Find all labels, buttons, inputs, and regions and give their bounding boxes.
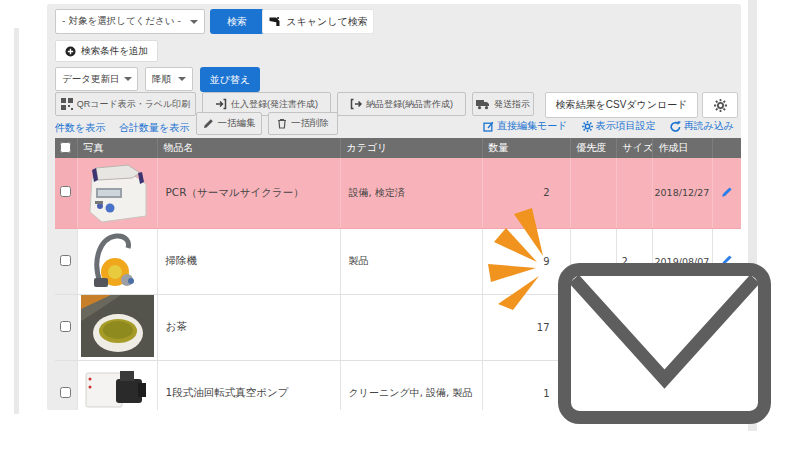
col-header-qty[interactable]: 数量 [482,138,570,158]
scan-search-label: スキャンして検索 [286,15,367,29]
reload-link[interactable]: 再読み込み [670,119,734,133]
item-name: PCR（サーマルサイクラー） [157,158,340,228]
envelope-icon [557,262,772,425]
row-checkbox[interactable] [60,321,71,332]
row-checkbox[interactable] [60,387,71,398]
col-header-name[interactable]: 物品名 [157,138,340,158]
barcode-scanner-icon [268,15,281,28]
item-category: クリーニング中, 設備, 製品 [340,360,482,410]
search-button-label: 検索 [227,15,247,29]
purchase-register-label: 仕入登録(発注書作成) [231,98,318,111]
bulk-edit-button[interactable]: 一括編集 [196,112,262,135]
sort-order-select[interactable]: 降順 [145,67,193,91]
item-size [616,158,652,228]
item-photo [77,360,157,410]
table-view-links: 直接編集モード 表示項目設定 再読み込み [483,119,734,133]
display-settings-label: 表示項目設定 [596,119,656,133]
item-name: お茶 [157,294,340,360]
tea-bowl-photo [81,295,154,357]
trash-icon [277,118,287,129]
bulk-delete-button[interactable]: 一括削除 [268,112,338,135]
col-header-photo[interactable]: 写真 [77,138,157,158]
add-search-condition-button[interactable]: 検索条件を追加 [55,40,158,62]
vacuum-pump-photo [82,365,152,411]
plus-circle-icon [65,46,76,57]
search-button[interactable]: 検索 [210,9,264,34]
col-header-size[interactable]: サイズ [616,138,652,158]
settings-gear-button[interactable] [702,92,738,118]
display-settings-link[interactable]: 表示項目設定 [582,119,656,133]
item-category: 製品 [340,228,482,294]
chevron-down-icon [190,20,198,24]
bulk-edit-label: 一括編集 [218,117,256,130]
left-edge-strip [14,28,19,414]
arrow-into-bracket-icon [215,98,227,110]
truck-icon [476,99,490,110]
csv-download-label: 検索結果をCSVダウンロード [556,98,688,112]
add-search-condition-label: 検索条件を追加 [81,45,148,58]
item-photo [77,294,157,360]
chevron-down-icon [178,77,186,81]
select-all-checkbox[interactable] [60,142,71,153]
qr-code-icon [61,98,73,110]
table-row[interactable]: PCR（サーマルサイクラー） 設備, 検定済 2 2018/12/27 [55,158,741,228]
row-checkbox[interactable] [60,186,71,197]
pencil-square-icon [483,121,494,132]
qr-label-print-label: QRコード表示・ラベル印刷 [77,98,191,111]
table-header-row: 写真 物品名 カテゴリ 数量 優先度 サイズ 作成日 [55,138,741,158]
item-category: 設備, 検定済 [340,158,482,228]
show-count-link[interactable]: 件数を表示 [55,121,105,135]
csv-download-button[interactable]: 検索結果をCSVダウンロード [545,92,698,118]
qr-label-print-button[interactable]: QRコード表示・ラベル印刷 [55,92,196,116]
row-edit-button[interactable] [712,158,741,228]
gear-icon [714,99,727,112]
reload-label: 再読み込み [684,119,734,133]
col-header-category[interactable]: カテゴリ [340,138,482,158]
scan-search-button[interactable]: スキャンして検索 [262,9,374,34]
pcr-thermal-cycler-photo [80,160,154,224]
direct-edit-mode-link[interactable]: 直接編集モード [483,119,567,133]
col-header-priority[interactable]: 優先度 [570,138,616,158]
show-count-label: 件数を表示 [55,121,105,135]
item-photo [77,158,157,228]
page: { "search": { "target_select": "- 対象を選択し… [0,0,800,454]
gear-icon [582,121,593,132]
sort-button-label: 並び替え [210,73,250,87]
delivery-register-label: 納品登録(納品書作成) [366,98,453,111]
vacuum-cleaner-photo [82,230,152,290]
sort-field-value: データ更新日 [62,73,119,86]
row-checkbox[interactable] [60,255,71,266]
item-qty: 2 [482,158,570,228]
show-total-link[interactable]: 合計数量を表示 [119,121,189,135]
item-date: 2018/12/27 [652,158,712,228]
refresh-icon [670,121,681,132]
pencil-icon [203,118,214,129]
pencil-icon [721,186,733,198]
item-name: 掃除機 [157,228,340,294]
arrow-out-of-bracket-icon [350,98,362,110]
show-total-label: 合計数量を表示 [119,121,189,135]
bulk-delete-label: 一括削除 [291,117,329,130]
item-name: 1段式油回転式真空ポンプ [157,360,340,410]
shipping-instruction-button[interactable]: 発送指示 [472,92,534,116]
item-category [340,294,482,360]
item-priority [570,158,616,228]
col-header-date[interactable]: 作成日 [652,138,712,158]
direct-edit-mode-label: 直接編集モード [497,119,567,133]
chevron-down-icon [124,77,132,81]
item-photo [77,228,157,294]
target-select[interactable]: - 対象を選択してください - [55,9,205,34]
delivery-register-button[interactable]: 納品登録(納品書作成) [337,92,466,116]
sort-order-value: 降順 [152,73,171,86]
shipping-instruction-label: 発送指示 [494,98,530,111]
sort-field-select[interactable]: データ更新日 [55,67,138,91]
sort-button[interactable]: 並び替え [200,67,260,92]
target-select-value: - 対象を選択してください - [62,15,181,28]
